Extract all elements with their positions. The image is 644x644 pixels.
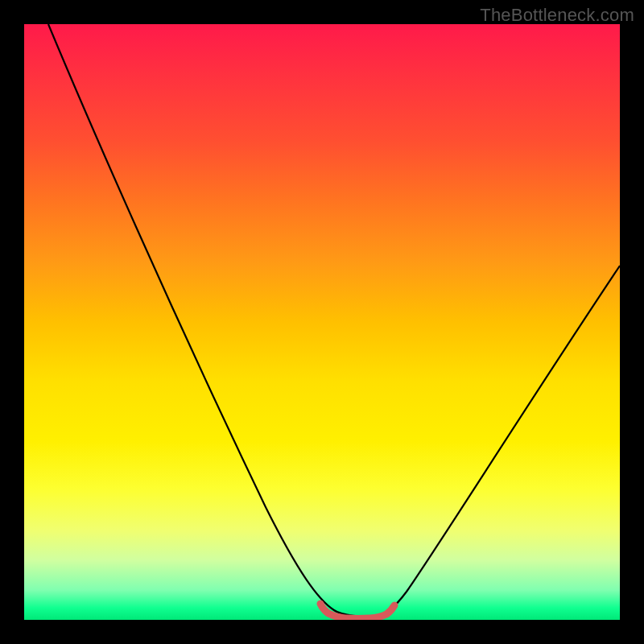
- optimal-range-marker: [320, 604, 394, 619]
- bottleneck-curve-line: [48, 24, 620, 617]
- watermark-text: TheBottleneck.com: [480, 5, 634, 26]
- chart-curve-layer: [24, 24, 620, 620]
